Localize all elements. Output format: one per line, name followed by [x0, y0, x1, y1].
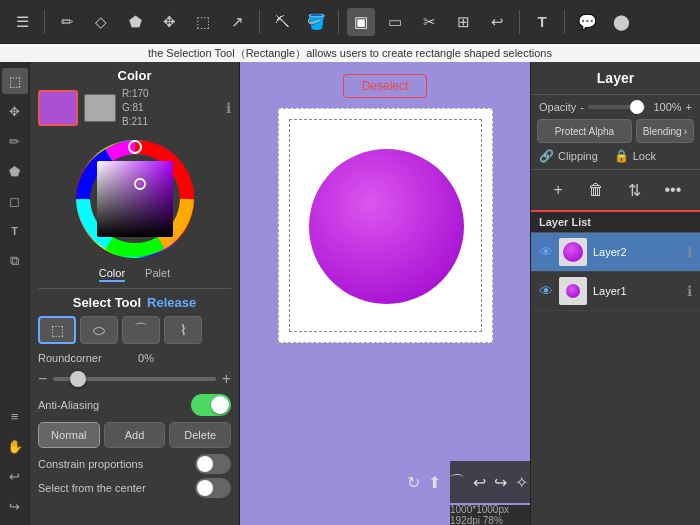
- export-icon[interactable]: ↗: [223, 8, 251, 36]
- rect-shape-icon[interactable]: ▭: [381, 8, 409, 36]
- clipping-item[interactable]: 🔗 Clipping: [539, 149, 598, 163]
- center-knob: [197, 480, 213, 496]
- more-layer-icon[interactable]: •••: [659, 176, 687, 204]
- layer1-eye-icon[interactable]: 👁: [539, 283, 553, 299]
- secondary-color-swatch[interactable]: [84, 94, 116, 122]
- color-tab[interactable]: Color: [99, 267, 125, 282]
- canvas-magic-icon[interactable]: ✧: [515, 467, 528, 497]
- delete-layer-icon[interactable]: 🗑: [582, 176, 610, 204]
- protect-alpha-button[interactable]: Protect Alpha: [537, 119, 632, 143]
- sep1: [44, 10, 45, 34]
- svg-point-4: [138, 182, 142, 186]
- canvas-rotate-icon[interactable]: ↻: [407, 467, 420, 497]
- edge-select-icon[interactable]: ⬚: [2, 68, 28, 94]
- canvas-circle: [309, 149, 464, 304]
- edge-settings-icon[interactable]: ≡: [2, 403, 28, 429]
- primary-color-swatch[interactable]: [38, 90, 78, 126]
- opacity-label: Opacity: [539, 101, 576, 113]
- move-icon[interactable]: ✥: [155, 8, 183, 36]
- pencil-icon[interactable]: ✏: [53, 8, 81, 36]
- normal-mode-btn[interactable]: Normal: [38, 422, 100, 448]
- delete-mode-btn[interactable]: Delete: [169, 422, 231, 448]
- canvas-pointer-icon[interactable]: ⌒: [449, 467, 465, 497]
- opacity-plus[interactable]: +: [686, 101, 692, 113]
- select-tool-label: Select Tool: [73, 295, 141, 310]
- canvas-area[interactable]: Deselect ↻ ⬆ ⌒ ↩ ↪ ✧ ⬛ ≡ 1000*1000px 192…: [240, 62, 530, 525]
- deselect-button[interactable]: Deselect: [343, 74, 428, 98]
- ellipse-selection-btn[interactable]: ⬭: [80, 316, 118, 344]
- opacity-minus[interactable]: -: [580, 101, 584, 113]
- opacity-thumb[interactable]: [630, 100, 644, 114]
- sort-layer-icon[interactable]: ⇅: [621, 176, 649, 204]
- layer2-eye-icon[interactable]: 👁: [539, 244, 553, 260]
- edge-undo2-icon[interactable]: ↩: [2, 463, 28, 489]
- edge-layers-icon[interactable]: ⧉: [2, 248, 28, 274]
- center-row: Select from the center: [38, 478, 231, 498]
- poly-selection-btn[interactable]: ⌇: [164, 316, 202, 344]
- diamond-icon[interactable]: ◇: [87, 8, 115, 36]
- layer1-info-icon[interactable]: ℹ: [687, 283, 692, 299]
- roundcorner-row: Roundcorner 0%: [38, 352, 231, 364]
- sep2: [259, 10, 260, 34]
- right-panel: Layer Opacity - 100% + Protect Alpha Ble…: [530, 62, 700, 525]
- canvas-upload-icon[interactable]: ⬆: [428, 467, 441, 497]
- edge-eraser-icon[interactable]: ◻: [2, 188, 28, 214]
- roundcorner-thumb[interactable]: [70, 371, 86, 387]
- bucket-icon[interactable]: 🪣: [302, 8, 330, 36]
- edge-redo-icon[interactable]: ↪: [2, 493, 28, 519]
- circle-icon[interactable]: ⬤: [607, 8, 635, 36]
- lock-item[interactable]: 🔒 Lock: [614, 149, 656, 163]
- antialiasing-label: Anti-Aliasing: [38, 399, 191, 411]
- color-wheel-area[interactable]: [38, 135, 231, 263]
- layer2-info-icon[interactable]: ℹ: [687, 244, 692, 260]
- crop-icon[interactable]: ✂: [415, 8, 443, 36]
- tool-section: Select Tool Release ⬚ ⬭ ⌒ ⌇ Roundcorner …: [30, 289, 239, 508]
- color-wheel[interactable]: [75, 139, 195, 259]
- roundcorner-plus[interactable]: +: [222, 370, 231, 388]
- speech-icon[interactable]: 💬: [573, 8, 601, 36]
- constrain-toggle[interactable]: [195, 454, 231, 474]
- fill-icon[interactable]: ⛏: [268, 8, 296, 36]
- lock-icon: 🔒: [614, 149, 629, 163]
- release-link[interactable]: Release: [147, 295, 196, 310]
- rect-sel-icon[interactable]: ▣: [347, 8, 375, 36]
- edge-fill-icon[interactable]: ⬟: [2, 158, 28, 184]
- status-bar: 1000*1000px 192dpi 78%: [450, 505, 530, 525]
- tool-title: Select Tool Release: [38, 295, 231, 310]
- antialiasing-toggle[interactable]: [191, 394, 231, 416]
- add-layer-icon[interactable]: +: [544, 176, 572, 204]
- canvas-document: [278, 108, 493, 343]
- layer-item-layer2[interactable]: 👁 Layer2 ℹ: [531, 233, 700, 272]
- lasso-selection-btn[interactable]: ⌒: [122, 316, 160, 344]
- menu-icon[interactable]: ☰: [8, 8, 36, 36]
- blending-button[interactable]: Blending ›: [636, 119, 694, 143]
- top-toolbar: ☰ ✏ ◇ ⬟ ✥ ⬚ ↗ ⛏ 🪣 ▣ ▭ ✂ ⊞ ↩ T 💬 ⬤: [0, 0, 700, 44]
- add-mode-btn[interactable]: Add: [104, 422, 166, 448]
- text-icon[interactable]: T: [528, 8, 556, 36]
- tooltip-bar: the Selection Tool（Rectangle）allows user…: [0, 44, 700, 62]
- rect-selection-btn[interactable]: ⬚: [38, 316, 76, 344]
- palet-tab[interactable]: Palet: [145, 267, 170, 282]
- opacity-track[interactable]: [588, 105, 646, 109]
- grid-icon[interactable]: ⊞: [449, 8, 477, 36]
- opacity-value: 100%: [650, 101, 682, 113]
- canvas-undo-icon[interactable]: ↩: [473, 467, 486, 497]
- undo-icon[interactable]: ↩: [483, 8, 511, 36]
- layer-item-layer1[interactable]: 👁 Layer1 ℹ: [531, 272, 700, 311]
- transform-icon[interactable]: ⬚: [189, 8, 217, 36]
- roundcorner-minus[interactable]: −: [38, 370, 47, 388]
- edge-pan-icon[interactable]: ✋: [2, 433, 28, 459]
- roundcorner-value: 0%: [124, 352, 154, 364]
- layer-panel-header: Layer: [531, 62, 700, 95]
- center-toggle[interactable]: [195, 478, 231, 498]
- color-info-icon[interactable]: ℹ: [226, 100, 231, 116]
- edge-text-icon[interactable]: T: [2, 218, 28, 244]
- antialiasing-row: Anti-Aliasing: [38, 394, 231, 416]
- edge-move-icon[interactable]: ✥: [2, 98, 28, 124]
- stamp-icon[interactable]: ⬟: [121, 8, 149, 36]
- lock-label: Lock: [633, 150, 656, 162]
- roundcorner-track[interactable]: [53, 377, 215, 381]
- canvas-redo-icon[interactable]: ↪: [494, 467, 507, 497]
- edge-brush-icon[interactable]: ✏: [2, 128, 28, 154]
- antialiasing-knob: [211, 396, 229, 414]
